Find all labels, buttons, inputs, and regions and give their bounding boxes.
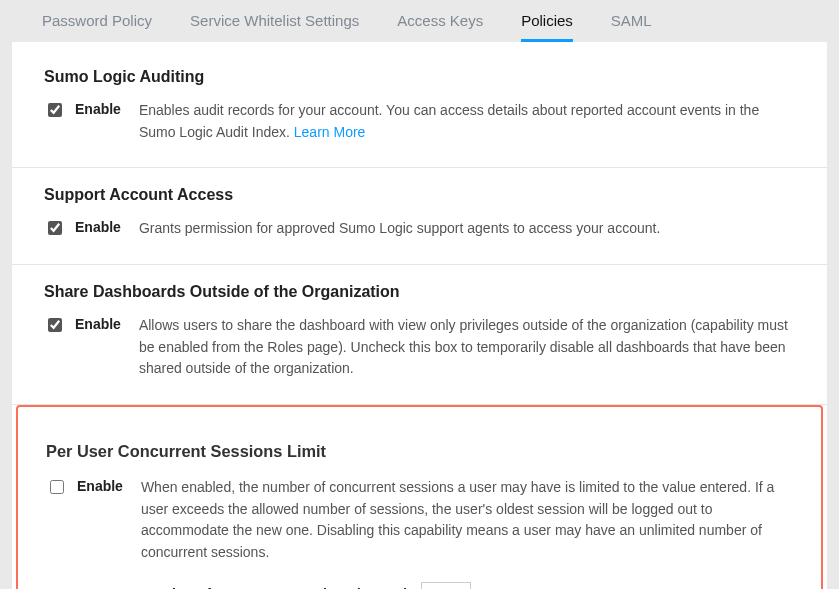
sessions-field-label: Number of concurrent sessions (1 - 100) <box>141 584 409 589</box>
auditing-enable-label: Enable <box>75 100 121 117</box>
sessions-desc: When enabled, the number of concurrent s… <box>141 479 774 560</box>
auditing-title: Sumo Logic Auditing <box>44 68 795 86</box>
auditing-desc-text: Enables audit records for your account. … <box>139 102 759 140</box>
support-desc: Grants permission for approved Sumo Logi… <box>139 218 795 240</box>
tab-saml[interactable]: SAML <box>611 12 652 42</box>
support-checkbox[interactable] <box>48 221 62 235</box>
section-sessions-highlight: Per User Concurrent Sessions Limit Enabl… <box>16 405 823 589</box>
tab-bar: Password Policy Service Whitelist Settin… <box>12 0 827 42</box>
share-enable-label: Enable <box>75 315 121 332</box>
section-support: Support Account Access Enable Grants per… <box>12 168 827 265</box>
tab-access-keys[interactable]: Access Keys <box>397 12 483 42</box>
section-share: Share Dashboards Outside of the Organiza… <box>12 265 827 405</box>
share-desc: Allows users to share the dashboard with… <box>139 315 795 380</box>
sessions-desc-wrap: When enabled, the number of concurrent s… <box>141 477 793 589</box>
sessions-value-input[interactable] <box>421 582 471 589</box>
section-auditing: Sumo Logic Auditing Enable Enables audit… <box>12 50 827 168</box>
page-wrapper: Password Policy Service Whitelist Settin… <box>0 0 839 589</box>
policies-panel: Sumo Logic Auditing Enable Enables audit… <box>12 42 827 589</box>
tab-service-whitelist[interactable]: Service Whitelist Settings <box>190 12 359 42</box>
auditing-learn-more-link[interactable]: Learn More <box>294 124 366 140</box>
support-enable-label: Enable <box>75 218 121 235</box>
share-title: Share Dashboards Outside of the Organiza… <box>44 283 795 301</box>
auditing-desc: Enables audit records for your account. … <box>139 100 795 143</box>
sessions-checkbox[interactable] <box>50 480 64 494</box>
auditing-checkbox[interactable] <box>48 103 62 117</box>
tab-password-policy[interactable]: Password Policy <box>42 12 152 42</box>
sessions-title: Per User Concurrent Sessions Limit <box>46 442 793 461</box>
support-title: Support Account Access <box>44 186 795 204</box>
share-checkbox[interactable] <box>48 318 62 332</box>
sessions-enable-label: Enable <box>77 477 123 494</box>
tab-policies[interactable]: Policies <box>521 12 573 42</box>
